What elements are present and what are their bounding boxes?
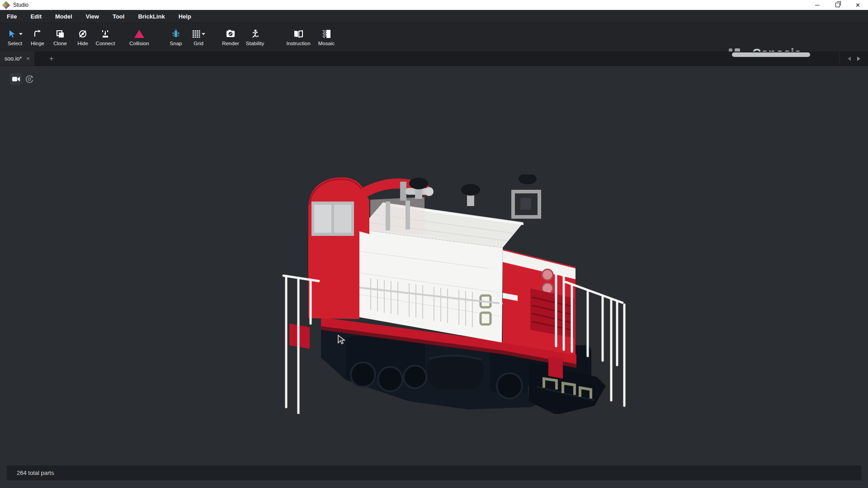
clone-button[interactable]: Clone bbox=[49, 23, 71, 52]
select-button[interactable]: Select bbox=[4, 23, 26, 52]
minimize-button[interactable] bbox=[807, 0, 827, 10]
connect-brick-icon bbox=[100, 28, 110, 39]
menu-bricklink[interactable]: BrickLink bbox=[131, 10, 171, 23]
stability-button[interactable]: Stability bbox=[242, 23, 268, 52]
menu-tool[interactable]: Tool bbox=[106, 10, 131, 23]
lego-locomotive-model[interactable] bbox=[278, 174, 631, 414]
main-toolbar: Select Hinge Clone Hide Connect bbox=[0, 23, 868, 52]
close-icon: ✕ bbox=[855, 2, 860, 8]
menu-model[interactable]: Model bbox=[48, 10, 79, 23]
menu-help[interactable]: Help bbox=[172, 10, 198, 23]
grid-button[interactable]: Grid bbox=[187, 23, 210, 52]
studio-app-window: Studio ✕ File Edit Model View Tool Brick… bbox=[0, 0, 868, 488]
hide-eye-off-icon bbox=[78, 28, 88, 39]
close-button[interactable]: ✕ bbox=[848, 0, 868, 10]
restore-icon bbox=[835, 3, 840, 7]
hinge-button[interactable]: Hinge bbox=[26, 23, 49, 52]
orbit-reset-button[interactable] bbox=[24, 73, 35, 85]
tab-close-icon[interactable]: × bbox=[26, 56, 30, 61]
mosaic-button[interactable]: Mosaic bbox=[314, 23, 339, 52]
orbit-reset-icon bbox=[25, 75, 34, 84]
connect-button[interactable]: Connect bbox=[94, 23, 117, 52]
menu-file[interactable]: File bbox=[0, 10, 24, 23]
studio-logo-icon bbox=[2, 1, 10, 9]
mouse-cursor bbox=[336, 334, 346, 345]
model-viewport[interactable] bbox=[0, 66, 868, 481]
tab-nav bbox=[840, 52, 868, 66]
render-button[interactable]: Render bbox=[219, 23, 242, 52]
restore-button[interactable] bbox=[827, 0, 848, 10]
camera-capture-icon bbox=[12, 76, 20, 82]
snap-button[interactable]: Snap bbox=[165, 23, 187, 52]
progress-bar bbox=[732, 52, 810, 57]
select-cursor-icon bbox=[8, 28, 23, 39]
collision-triangle-icon bbox=[134, 28, 145, 39]
snap-icon bbox=[171, 28, 181, 39]
menu-view[interactable]: View bbox=[79, 10, 106, 23]
camera-capture-button[interactable] bbox=[10, 73, 22, 85]
next-tab-arrow-icon[interactable] bbox=[857, 56, 860, 61]
tab-bar: soo.io* × + bbox=[0, 52, 868, 66]
stability-figure-icon bbox=[250, 28, 260, 39]
collision-button[interactable]: Collision bbox=[128, 23, 151, 52]
app-title: Studio bbox=[13, 2, 28, 8]
prev-tab-arrow-icon[interactable] bbox=[848, 56, 851, 61]
render-camera-icon bbox=[226, 28, 236, 39]
instruction-button[interactable]: Instruction bbox=[283, 23, 314, 52]
hide-button[interactable]: Hide bbox=[71, 23, 94, 52]
bottom-edge-band bbox=[0, 480, 868, 488]
minimize-icon bbox=[815, 5, 820, 5]
instruction-book-icon bbox=[293, 28, 303, 39]
menu-bar: File Edit Model View Tool BrickLink Help bbox=[0, 10, 868, 23]
new-tab-button[interactable]: + bbox=[45, 52, 58, 66]
mosaic-icon bbox=[322, 28, 331, 39]
clone-copy-icon bbox=[56, 28, 65, 39]
tab-soo-io[interactable]: soo.io* × bbox=[0, 52, 34, 66]
hinge-rotate-icon bbox=[33, 28, 42, 39]
total-parts-label: 264 total parts bbox=[17, 469, 54, 476]
status-bar: 264 total parts bbox=[7, 465, 861, 480]
grid-icon bbox=[192, 28, 205, 39]
menu-edit[interactable]: Edit bbox=[24, 10, 48, 23]
tab-label: soo.io* bbox=[5, 56, 22, 62]
titlebar: Studio ✕ bbox=[0, 0, 868, 10]
